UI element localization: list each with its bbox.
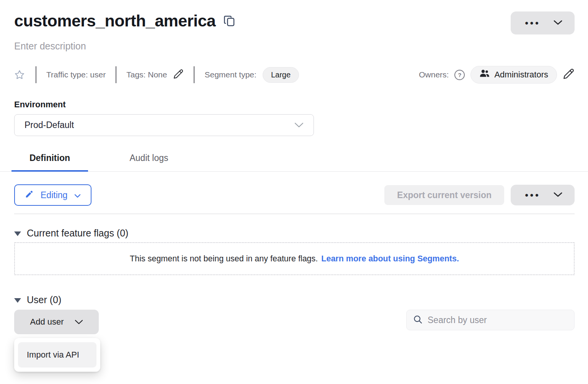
user-section-header[interactable]: User (0) bbox=[14, 294, 575, 305]
segment-type-label: Segment type: bbox=[204, 70, 256, 79]
owners-meta: Owners: ? Administrators bbox=[419, 66, 575, 84]
description-placeholder[interactable]: Enter description bbox=[14, 41, 575, 52]
tags-label: Tags: None bbox=[126, 70, 167, 79]
export-current-version-button[interactable]: Export current version bbox=[384, 185, 504, 205]
user-controls-row: Add user Import via API bbox=[14, 310, 575, 334]
add-user-label: Add user bbox=[30, 317, 64, 327]
traffic-type-label: Traffic type: user bbox=[46, 70, 106, 79]
chevron-down-icon bbox=[74, 190, 81, 200]
definition-toolbar: Editing Export current version ••• bbox=[14, 184, 575, 206]
search-icon bbox=[413, 314, 423, 326]
owners-label: Owners: bbox=[419, 70, 449, 79]
tab-audit-logs[interactable]: Audit logs bbox=[111, 151, 187, 172]
divider bbox=[194, 66, 194, 83]
chevron-down-icon bbox=[554, 20, 562, 26]
segment-type-meta: Segment type: Large bbox=[204, 67, 299, 83]
pencil-filled-icon bbox=[25, 190, 34, 201]
edit-owners-pencil-icon[interactable] bbox=[563, 68, 575, 82]
user-section-title: User (0) bbox=[27, 294, 61, 305]
ellipsis-icon: ••• bbox=[523, 190, 540, 200]
environment-section: Environment Prod-Default bbox=[14, 100, 575, 136]
menu-item-import-via-api[interactable]: Import via API bbox=[18, 342, 96, 368]
user-section: User (0) Add user Import via API bbox=[14, 294, 575, 334]
segment-detail-page: customers_north_america ••• Enter descri… bbox=[0, 0, 588, 384]
chevron-down-icon bbox=[294, 120, 304, 130]
chevron-down-icon bbox=[75, 317, 83, 327]
caret-down-icon bbox=[14, 298, 21, 303]
owners-value: Administrators bbox=[494, 70, 548, 80]
learn-more-link[interactable]: Learn more about using Segments. bbox=[321, 254, 459, 264]
page-header: customers_north_america ••• bbox=[14, 11, 575, 34]
environment-selected-value: Prod-Default bbox=[24, 120, 74, 130]
editing-status-button[interactable]: Editing bbox=[14, 184, 91, 206]
add-user-button[interactable]: Add user bbox=[14, 310, 99, 334]
ellipsis-icon: ••• bbox=[523, 18, 540, 28]
user-search-input[interactable] bbox=[428, 315, 568, 325]
page-title: customers_north_america bbox=[14, 11, 216, 30]
definition-more-button[interactable]: ••• bbox=[511, 185, 575, 205]
divider bbox=[36, 66, 36, 83]
feature-flags-empty-state: This segment is not being used in any fe… bbox=[14, 242, 575, 275]
title-wrap: customers_north_america bbox=[14, 11, 235, 30]
tab-definition[interactable]: Definition bbox=[11, 151, 88, 172]
feature-flags-section: Current feature flags (0) This segment i… bbox=[14, 228, 575, 275]
help-icon[interactable]: ? bbox=[454, 70, 465, 80]
copy-icon[interactable] bbox=[223, 14, 235, 28]
add-user-dropdown-menu: Import via API bbox=[14, 338, 100, 372]
meta-row: Traffic type: user Tags: None Segment ty… bbox=[14, 66, 575, 84]
header-more-button[interactable]: ••• bbox=[511, 11, 575, 34]
owners-badge[interactable]: Administrators bbox=[470, 66, 557, 84]
environment-label: Environment bbox=[14, 100, 575, 110]
feature-flags-section-header[interactable]: Current feature flags (0) bbox=[14, 228, 575, 239]
divider bbox=[116, 66, 116, 83]
editing-label: Editing bbox=[41, 190, 67, 200]
chevron-down-icon bbox=[554, 192, 562, 199]
environment-select[interactable]: Prod-Default bbox=[14, 114, 314, 136]
tags-meta: Tags: None bbox=[126, 69, 184, 81]
tabs-bar: Definition Audit logs bbox=[0, 151, 588, 172]
edit-tags-pencil-icon[interactable] bbox=[173, 69, 184, 81]
segment-type-badge: Large bbox=[263, 67, 299, 83]
feature-flags-section-title: Current feature flags (0) bbox=[27, 228, 128, 239]
star-icon[interactable] bbox=[14, 69, 25, 80]
divider bbox=[14, 213, 575, 214]
caret-down-icon bbox=[14, 231, 21, 236]
users-icon bbox=[479, 69, 490, 80]
empty-state-message: This segment is not being used in any fe… bbox=[130, 254, 318, 264]
user-search-box[interactable] bbox=[406, 310, 575, 330]
